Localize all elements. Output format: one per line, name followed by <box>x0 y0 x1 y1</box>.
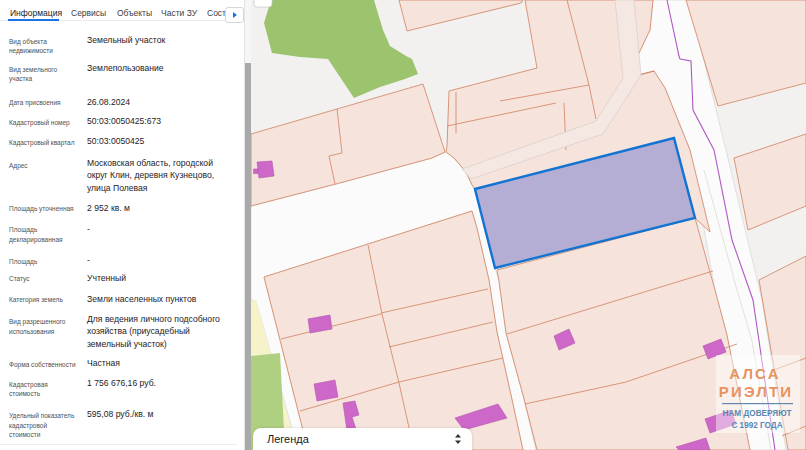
svg-text:С 1992 ГОДА: С 1992 ГОДА <box>731 421 782 430</box>
svg-text:АЛСА: АЛСА <box>729 365 781 382</box>
svg-text:НАМ ДОВЕРЯЮТ: НАМ ДОВЕРЯЮТ <box>723 409 792 418</box>
svg-text:РИЭЛТИ: РИЭЛТИ <box>719 383 794 400</box>
